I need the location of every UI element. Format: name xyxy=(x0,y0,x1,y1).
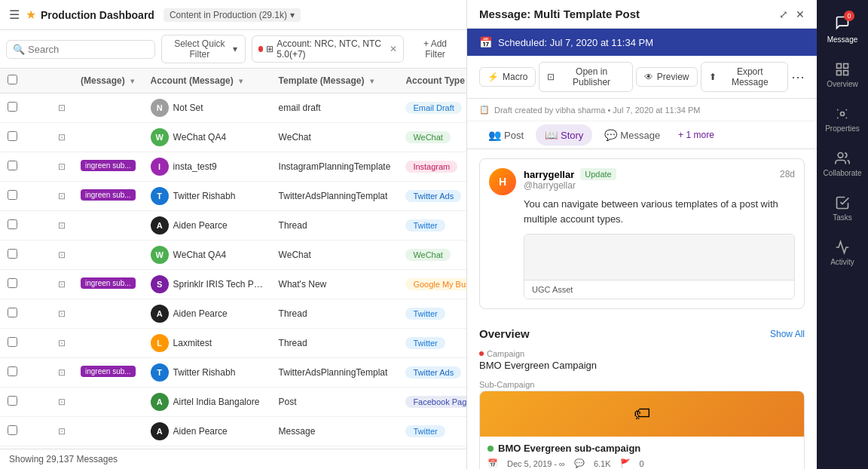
dashboard-title: Production Dashboard xyxy=(41,9,154,21)
row-checkbox[interactable] xyxy=(8,278,17,288)
row-checkbox[interactable] xyxy=(8,102,17,112)
row-checkbox[interactable] xyxy=(8,366,17,376)
sub-campaign-card[interactable]: 🏷 BMO Evergreen sub-campaign 📅 Dec 5, 20… xyxy=(479,391,805,469)
search-box[interactable]: 🔍 xyxy=(6,40,155,59)
col-account-type[interactable]: Account Type (Mes...) ▾ xyxy=(398,69,466,93)
message-badge: 0 xyxy=(844,11,854,21)
row-checkbox[interactable] xyxy=(8,190,17,200)
table-row[interactable]: ⋮ ⊡ A Airtel India Bangalore Post Facebo… xyxy=(0,388,466,417)
account-name: Aiden Pearce xyxy=(173,308,228,319)
account-name: Not Set xyxy=(173,103,203,113)
campaign-name: BMO Evergreen Campaign xyxy=(479,360,805,371)
row-checkbox[interactable] xyxy=(8,425,17,435)
sidebar-item-collaborate[interactable]: Collaborate xyxy=(817,142,868,186)
row-menu-icon[interactable]: ⋮ xyxy=(32,219,43,231)
table-row[interactable]: ⋮ ⊡ ingreen sub... S Sprinklr IRIS Tech … xyxy=(0,270,466,299)
account-type-badge: Twitter Ads xyxy=(405,366,461,379)
table-row[interactable]: ⋮ ⊡ W WeChat QA4 WeChat WeChat xyxy=(0,241,466,270)
col-account[interactable]: Account (Message) ▾ xyxy=(143,69,271,93)
row-checkbox[interactable] xyxy=(8,396,17,406)
row-menu-icon[interactable]: ⋮ xyxy=(32,249,43,261)
row-checkbox[interactable] xyxy=(8,308,17,317)
calendar-icon: 📅 xyxy=(479,36,492,48)
tab-story[interactable]: 📖 Story xyxy=(536,124,592,146)
table-row[interactable]: ⋮ ⊡ N Not Set email draft Email Draft xyxy=(0,93,466,123)
overview-title: Overview xyxy=(479,327,530,340)
close-filter-icon[interactable]: ✕ xyxy=(390,44,397,54)
row-account: A Aiden Pearce xyxy=(143,417,271,446)
hamburger-icon[interactable]: ☰ xyxy=(9,8,20,22)
chevron-down-icon: ▾ xyxy=(233,44,237,54)
row-menu-icon[interactable]: ⋮ xyxy=(32,190,43,202)
account-avatar: L xyxy=(151,334,169,352)
account-name: Twitter Rishabh xyxy=(173,191,236,201)
row-menu-icon[interactable]: ⋮ xyxy=(32,102,43,114)
table-row[interactable]: ⋮ ⊡ A Aiden Pearce Thread Twitter xyxy=(0,299,466,329)
row-col-label: ingreen sub... xyxy=(73,152,143,182)
table-row[interactable]: ⋮ ⊡ A Aiden Pearce Thread Twitter xyxy=(0,211,466,241)
sidebar-item-properties[interactable]: Properties xyxy=(817,97,868,142)
account-type-badge: Twitter xyxy=(405,337,445,349)
more-actions-button[interactable]: ⋯ xyxy=(791,69,805,85)
select-all-checkbox[interactable] xyxy=(8,75,17,84)
more-tabs[interactable]: + 1 more xyxy=(678,130,714,140)
sidebar-item-activity[interactable]: Activity xyxy=(817,231,868,275)
share-button[interactable]: ⤢ xyxy=(779,8,788,20)
preview-button[interactable]: 👁 Preview xyxy=(636,67,698,87)
row-checkbox[interactable] xyxy=(8,337,17,347)
row-col-label xyxy=(73,417,143,446)
star-icon[interactable]: ★ xyxy=(26,8,36,22)
row-menu-icon[interactable]: ⋮ xyxy=(32,131,43,143)
account-filter-tag[interactable]: ⊞ Account: NRC, NTC, NTC 5.0(+7) ✕ xyxy=(252,35,404,63)
export-button[interactable]: ⬆ Export Message xyxy=(701,62,788,92)
close-button[interactable]: ✕ xyxy=(796,8,805,20)
sidebar-item-overview[interactable]: Overview xyxy=(817,53,868,97)
table-row[interactable]: ⋮ ⊡ ingreen sub... T Twitter Rishabh Twi… xyxy=(0,358,466,388)
row-menu-icon[interactable]: ⋮ xyxy=(32,425,43,437)
row-share-icon: ⊡ xyxy=(58,132,66,143)
row-template: InstagramPlanningTemplate xyxy=(271,152,399,182)
content-badge[interactable]: Content in Production (29.1k) ▾ xyxy=(164,8,301,22)
account-name: Twitter Rishabh xyxy=(173,367,236,378)
row-menu-icon[interactable]: ⋮ xyxy=(32,337,43,349)
row-menu-icon[interactable]: ⋮ xyxy=(32,308,43,320)
row-menu-icon[interactable]: ⋮ xyxy=(32,161,43,173)
macro-button[interactable]: ⚡ Macro xyxy=(479,67,536,87)
table-row[interactable]: ⋮ ⊡ ingreen sub... T Twitter Rishabh Twi… xyxy=(0,182,466,211)
table-row[interactable]: ⋮ ⊡ A Aiden Pearce Message Twitter xyxy=(0,417,466,446)
account-avatar: T xyxy=(151,187,169,205)
post-card: H harrygellar Update 28d @harrygellar Yo… xyxy=(479,158,805,309)
row-checkbox[interactable] xyxy=(8,161,17,170)
table-row[interactable]: ⋮ ⊡ W WeChat QA4 WeChat WeChat xyxy=(0,123,466,152)
row-share-icon: ⊡ xyxy=(58,367,66,378)
calendar-meta-icon: 📅 xyxy=(487,458,498,468)
sidebar-item-message[interactable]: 0 Message xyxy=(817,6,868,53)
show-all-link[interactable]: Show All xyxy=(770,329,805,339)
add-filter-button[interactable]: + Add Filter xyxy=(410,35,460,63)
tab-post[interactable]: 👥 Post xyxy=(479,124,533,146)
row-menu-icon[interactable]: ⋮ xyxy=(32,278,43,290)
sidebar-item-tasks[interactable]: Tasks xyxy=(817,186,868,231)
row-checkbox[interactable] xyxy=(8,131,17,141)
open-publisher-button[interactable]: ⊡ Open in Publisher xyxy=(539,62,633,92)
ugc-lines xyxy=(653,244,665,271)
table-row[interactable]: ⋮ ⊡ ingreen sub... I insta_test9 Instagr… xyxy=(0,152,466,182)
table-row[interactable]: ⋮ ⊡ L Laxmitest Thread Twitter xyxy=(0,329,466,358)
row-checkbox[interactable] xyxy=(8,249,17,259)
col-message[interactable]: (Message) ▾ xyxy=(73,69,143,93)
search-input[interactable] xyxy=(28,44,148,55)
col-template[interactable]: Template (Message) ▾ xyxy=(271,69,399,93)
row-checkbox[interactable] xyxy=(8,219,17,229)
campaign-label: Campaign xyxy=(479,349,805,358)
ugc-preview xyxy=(524,234,794,280)
overview-header: Overview Show All xyxy=(479,327,805,340)
account-name: Airtel India Bangalore xyxy=(173,397,260,407)
quick-filter-button[interactable]: Select Quick Filter ▾ xyxy=(161,35,246,63)
account-type-badge: WeChat xyxy=(405,249,451,261)
svg-rect-0 xyxy=(837,64,842,69)
row-menu-icon[interactable]: ⋮ xyxy=(32,396,43,408)
tab-message[interactable]: 💬 Message xyxy=(595,124,669,146)
account-name: Aiden Pearce xyxy=(173,426,228,437)
row-menu-icon[interactable]: ⋮ xyxy=(32,366,43,379)
row-col-label: ingreen sub... xyxy=(73,358,143,388)
